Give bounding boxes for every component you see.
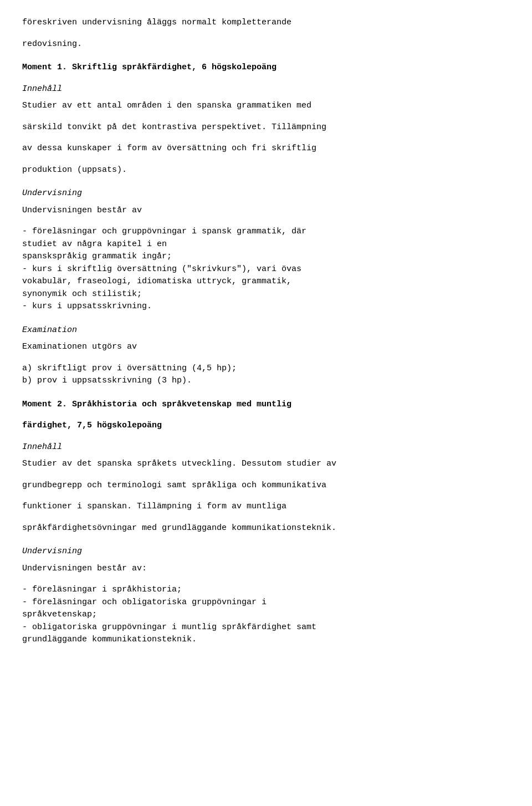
moment2-title2: färdighet, 7,5 högskolepoäng — [22, 420, 510, 432]
moment2-title: Moment 2. Språkhistoria och språkvetensk… — [22, 399, 510, 411]
moment1-examination-text1: Examinationen utgörs av — [22, 341, 510, 354]
moment1-undervisning-list7: - kurs i uppsatsskrivning. — [22, 300, 510, 313]
moment2-innehall-text3: funktioner i spanskan. Tillämpning i for… — [22, 501, 510, 513]
moment1-undervisning-list4: - kurs i skriftlig översättning ("skrivk… — [22, 263, 510, 276]
moment1-examination-heading: Examination — [22, 324, 510, 337]
moment2-undervisning-block: Undervisning Undervisningen består av: -… — [22, 545, 510, 646]
moment2-innehall-text1: Studier av det spanska språkets utveckli… — [22, 458, 510, 471]
moment1-examination-list1: a) skriftligt prov i översättning (4,5 h… — [22, 363, 510, 375]
page-content: föreskriven undervisning åläggs normalt … — [22, 17, 510, 646]
intro-line2: redovisning. — [22, 38, 510, 51]
moment1-title: Moment 1. Skriftlig språkfärdighet, 6 hö… — [22, 62, 510, 74]
moment1-innehall-text4: produktion (uppsats). — [22, 164, 510, 177]
moment1-innehall-heading: Innehåll — [22, 83, 510, 96]
moment1-innehall-text2: särskild tonvikt på det kontrastiva pers… — [22, 121, 510, 134]
moment1-examination-list2: b) prov i uppsatsskrivning (3 hp). — [22, 375, 510, 387]
moment2-innehall-text4: språkfärdighetsövningar med grundläggand… — [22, 522, 510, 535]
moment1-undervisning-list2: studiet av några kapitel i en — [22, 238, 510, 251]
moment1-innehall-text1: Studier av ett antal områden i den spans… — [22, 100, 510, 113]
intro-block: föreskriven undervisning åläggs normalt … — [22, 17, 510, 50]
moment2-undervisning-list2: - föreläsningar och obligatoriska gruppö… — [22, 596, 510, 609]
moment1-innehall-text3: av dessa kunskaper i form av översättnin… — [22, 142, 510, 155]
intro-line1: föreskriven undervisning åläggs normalt … — [22, 17, 510, 29]
moment1-block: Moment 1. Skriftlig språkfärdighet, 6 hö… — [22, 62, 510, 387]
moment2-undervisning-list5: grundläggande kommunikationsteknik. — [22, 634, 510, 646]
moment2-undervisning-text1: Undervisningen består av: — [22, 563, 510, 575]
moment2-undervisning-list3: språkvetenskap; — [22, 609, 510, 621]
moment1-undervisning-list5: vokabulär, fraseologi, idiomatiska uttry… — [22, 276, 510, 288]
moment2-innehall-text2: grundbegrepp och terminologi samt språkl… — [22, 479, 510, 492]
moment2-undervisning-heading: Undervisning — [22, 545, 510, 558]
moment1-undervisning-list3: spanskspråkig grammatik ingår; — [22, 251, 510, 263]
moment1-undervisning-block: Undervisning Undervisningen består av - … — [22, 187, 510, 313]
moment2-innehall-block: Innehåll Studier av det spanska språkets… — [22, 441, 510, 535]
moment1-innehall-block: Innehåll Studier av ett antal områden i … — [22, 83, 510, 177]
moment2-undervisning-list4: - obligatoriska gruppövningar i muntlig … — [22, 621, 510, 634]
moment2-innehall-heading: Innehåll — [22, 441, 510, 454]
moment1-undervisning-list6: synonymik och stilistik; — [22, 288, 510, 301]
moment1-undervisning-text1: Undervisningen består av — [22, 205, 510, 217]
moment2-block: Moment 2. Språkhistoria och språkvetensk… — [22, 399, 510, 646]
moment1-undervisning-heading: Undervisning — [22, 187, 510, 200]
moment2-undervisning-list1: - föreläsningar i språkhistoria; — [22, 584, 510, 596]
moment1-undervisning-list1: - föreläsningar och gruppövningar i span… — [22, 226, 510, 238]
moment1-examination-block: Examination Examinationen utgörs av a) s… — [22, 324, 510, 387]
